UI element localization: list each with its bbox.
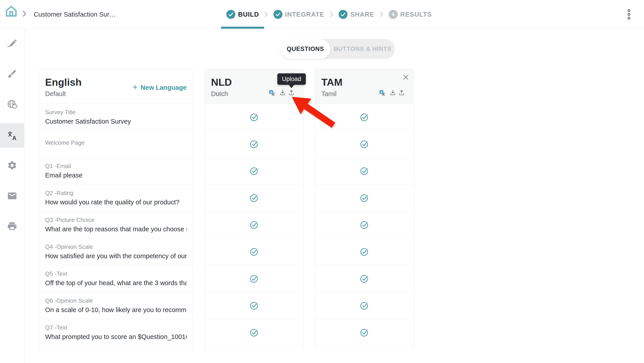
topbar: Customer Satisfaction Sur… BUILD INTEGRA… — [0, 0, 644, 29]
language-code: NLD — [211, 77, 232, 87]
row-q2[interactable]: Q2 -Rating How would you rate the qualit… — [39, 184, 193, 211]
translated-check-cell[interactable] — [315, 319, 414, 346]
row-q4[interactable]: Q4 -Opinion Scale How satisfied are you … — [39, 238, 193, 265]
tab-questions[interactable]: QUESTIONS — [280, 39, 330, 59]
language-subtitle: Default — [45, 90, 66, 98]
sidebar-item-email[interactable] — [0, 184, 24, 208]
translated-check-cell[interactable] — [205, 265, 303, 292]
translated-check-cell[interactable] — [205, 184, 303, 211]
edit-pen-icon — [7, 38, 17, 49]
translated-check-cell[interactable] — [205, 211, 303, 238]
check-circle-icon — [250, 328, 258, 337]
translated-check-cell[interactable] — [315, 265, 414, 292]
plus-icon: + — [132, 83, 138, 91]
svg-text:A: A — [270, 91, 272, 94]
upload-translation-button[interactable] — [398, 89, 405, 97]
upload-tooltip: Upload — [277, 73, 306, 85]
close-icon — [402, 74, 409, 81]
translated-check-cell[interactable] — [205, 157, 303, 184]
step-share-label: SHARE — [350, 11, 374, 18]
sidebar-item-design[interactable] — [0, 31, 24, 56]
row-q6[interactable]: Q6 -Opinion Scale On a scale of 0-10, ho… — [39, 292, 193, 319]
translated-check-cell[interactable] — [315, 157, 414, 184]
check-circle-icon — [250, 140, 258, 148]
upload-icon — [398, 89, 405, 96]
check-circle-icon — [250, 113, 258, 121]
translated-check-cell[interactable] — [205, 292, 303, 319]
translated-check-cell[interactable] — [315, 238, 414, 265]
check-circle-icon — [250, 221, 258, 229]
step-integrate-label: INTEGRATE — [285, 11, 324, 18]
home-icon — [5, 5, 18, 17]
translate-badge-icon: A — [379, 89, 386, 96]
row-q3[interactable]: Q3 -Picture Choice What are the top reas… — [39, 211, 193, 238]
tam-header: TAM Tamil A — [315, 69, 414, 103]
check-circle-icon — [250, 274, 258, 283]
translation-card-tam: TAM Tamil A — [315, 69, 414, 351]
step-build[interactable]: BUILD — [226, 10, 259, 19]
sidebar-item-global[interactable] — [0, 92, 24, 117]
base-language-card: English Default + New Language Survey Ti… — [38, 69, 193, 351]
auto-translate-button[interactable]: A — [379, 89, 386, 97]
remove-language-button[interactable] — [402, 74, 409, 81]
check-circle-icon — [250, 167, 258, 175]
check-circle-icon — [360, 248, 369, 256]
translated-check-cell[interactable] — [205, 131, 303, 157]
download-icon — [390, 89, 396, 96]
breadcrumb-chevron-icon — [22, 10, 26, 18]
translated-check-cell[interactable] — [315, 211, 414, 238]
translated-check-cell[interactable] — [315, 104, 414, 131]
translated-check-cell[interactable] — [315, 184, 414, 211]
step-results[interactable]: 4 RESULTS — [389, 10, 432, 19]
translated-check-cell[interactable] — [315, 292, 414, 319]
stepper-chevron-icon — [264, 11, 268, 17]
row-q7[interactable]: Q7 -Text What prompted you to score an $… — [39, 319, 193, 346]
more-options-button[interactable] — [626, 8, 632, 20]
download-icon — [280, 89, 286, 96]
sidebar-item-translations[interactable]: A — [0, 123, 24, 148]
check-circle-icon — [250, 194, 258, 202]
step-results-label: RESULTS — [400, 11, 432, 18]
translated-check-cell[interactable] — [315, 131, 414, 157]
language-name: Tamil — [321, 90, 336, 98]
row-survey-title[interactable]: Survey Title Customer Satisfaction Surve… — [39, 104, 193, 131]
download-translation-button[interactable] — [390, 89, 396, 97]
row-q5[interactable]: Q5 -Text Off the top of your head, what … — [39, 265, 193, 292]
language-title: English — [45, 77, 82, 87]
tab-buttons-hints[interactable]: BUTTONS & HINTS — [330, 39, 395, 59]
sidebar-item-theme[interactable] — [0, 61, 24, 86]
svg-text:A: A — [12, 135, 16, 141]
check-circle-icon — [250, 248, 258, 256]
step-integrate[interactable]: INTEGRATE — [274, 10, 324, 19]
step-build-label: BUILD — [238, 11, 259, 18]
check-circle-icon — [360, 140, 369, 148]
sidebar-item-settings[interactable] — [0, 153, 24, 178]
check-circle-icon — [360, 113, 369, 121]
envelope-icon — [7, 191, 17, 201]
step-number-badge: 4 — [389, 10, 398, 19]
home-button[interactable] — [5, 5, 18, 17]
translated-check-cell[interactable] — [205, 104, 303, 131]
stepper-chevron-icon — [330, 11, 333, 17]
translate-badge-icon: A — [269, 89, 276, 96]
download-translation-button[interactable] — [280, 89, 286, 97]
upload-translation-button[interactable] — [288, 89, 294, 97]
base-language-header: English Default + New Language — [39, 69, 193, 103]
check-circle-icon — [360, 194, 369, 202]
row-welcome-page[interactable]: Welcome Page — [39, 131, 193, 157]
translated-check-cell[interactable] — [205, 319, 303, 346]
kebab-menu-icon — [627, 9, 631, 20]
new-language-button[interactable]: + New Language — [132, 83, 186, 92]
step-check-icon — [338, 10, 348, 19]
translated-check-cell[interactable] — [205, 238, 303, 265]
step-share[interactable]: SHARE — [338, 10, 374, 19]
printer-icon — [7, 221, 17, 231]
globe-icon — [7, 99, 18, 110]
auto-translate-button[interactable]: A — [269, 89, 276, 97]
check-circle-icon — [360, 221, 369, 229]
row-q1[interactable]: Q1 -Email Email please — [39, 157, 193, 184]
breadcrumb[interactable]: Customer Satisfaction Sur… — [34, 0, 116, 29]
sidebar-item-print[interactable] — [0, 214, 24, 239]
paint-brush-icon — [7, 69, 17, 79]
check-circle-icon — [360, 328, 369, 337]
